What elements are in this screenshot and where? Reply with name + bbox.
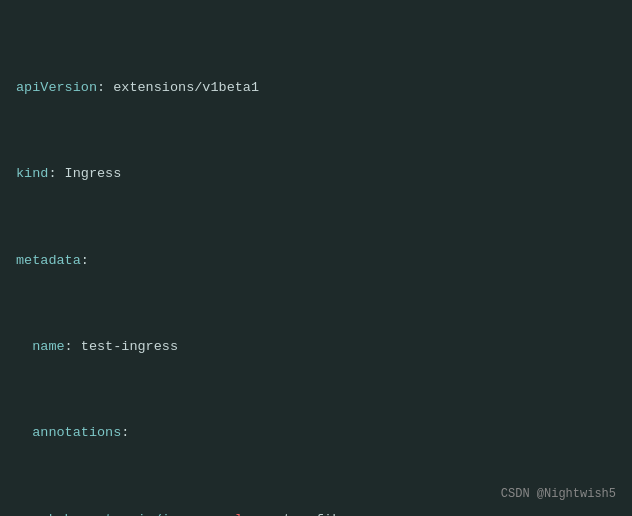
key: metadata xyxy=(16,253,81,268)
code-line-6: kubernetes.io/ingress.class: traefik xyxy=(16,509,616,516)
value: extensions/v1beta1 xyxy=(113,80,259,95)
code-line-3: metadata: xyxy=(16,250,616,272)
key: kubernetes.io/ingress. xyxy=(48,512,226,516)
key: kind xyxy=(16,166,48,181)
value: test-ingress xyxy=(81,339,178,354)
code-line-5: annotations: xyxy=(16,422,616,444)
special-key: class xyxy=(227,512,268,516)
key: name xyxy=(32,339,64,354)
key: apiVersion xyxy=(16,80,97,95)
code-line-2: kind: Ingress xyxy=(16,163,616,185)
code-line-1: apiVersion: extensions/v1beta1 xyxy=(16,77,616,99)
value: Ingress xyxy=(65,166,122,181)
watermark: CSDN @Nightwish5 xyxy=(501,485,616,504)
key: annotations xyxy=(32,425,121,440)
code-block: apiVersion: extensions/v1beta1 kind: Ing… xyxy=(0,0,632,516)
code-line-4: name: test-ingress xyxy=(16,336,616,358)
value: traefik xyxy=(283,512,340,516)
